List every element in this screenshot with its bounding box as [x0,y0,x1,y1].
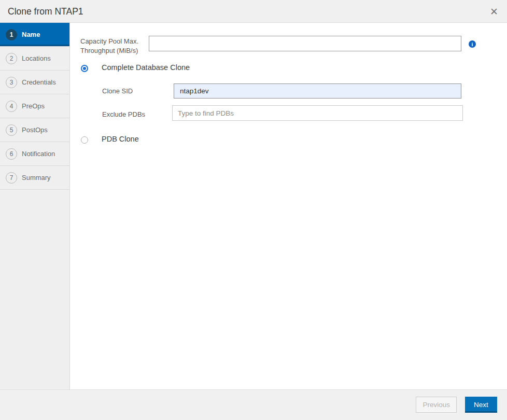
step-name[interactable]: 1 Name [0,23,69,47]
capacity-pool-throughput-label: Capacity Pool Max. Throughput (MiB/s) [80,37,153,55]
pdb-clone-radio[interactable] [81,136,88,144]
exclude-pdbs-label: Exclude PDBs [102,110,145,118]
previous-button[interactable]: Previous [416,397,457,413]
step-number-badge: 6 [6,148,17,160]
name-step-panel: Capacity Pool Max. Throughput (MiB/s) i … [70,23,507,389]
capacity-label-line2: Throughput (MiB/s) [80,47,138,54]
step-number-badge: 3 [6,77,17,88]
step-locations[interactable]: 2 Locations [0,47,69,71]
exclude-pdbs-input[interactable] [172,105,463,121]
step-label: Credentials [22,78,56,86]
complete-database-clone-label[interactable]: Complete Database Clone [102,63,190,72]
step-label: Summary [22,174,51,181]
step-label: Notification [22,150,55,158]
wizard-sidebar: 1 Name 2 Locations 3 Credentials 4 PreOp… [0,23,70,389]
step-postops[interactable]: 5 PostOps [0,118,69,142]
clone-sid-label: Clone SID [102,87,133,95]
complete-database-clone-radio[interactable] [81,65,88,72]
step-label: Locations [22,54,51,62]
clone-sid-input[interactable] [174,83,461,99]
clone-dialog: { "dialog": { "title": "Clone from NTAP1… [0,0,507,420]
dialog-header: Clone from NTAP1 ✕ [0,0,507,23]
step-label: Name [22,31,40,38]
step-preops[interactable]: 4 PreOps [0,94,69,118]
capacity-label-line1: Capacity Pool Max. [80,37,138,45]
step-number-badge: 7 [6,172,17,184]
next-button[interactable]: Next [465,397,497,413]
pdb-clone-label[interactable]: PDB Clone [102,135,139,143]
step-number-badge: 2 [6,53,17,64]
step-credentials[interactable]: 3 Credentials [0,71,69,94]
dialog-title: Clone from NTAP1 [8,0,83,23]
step-number-badge: 1 [6,29,17,40]
step-summary[interactable]: 7 Summary [0,166,69,190]
info-icon[interactable]: i [469,40,476,48]
step-label: PostOps [22,126,48,134]
capacity-pool-throughput-input[interactable] [149,36,461,51]
step-number-badge: 4 [6,101,17,112]
dialog-footer: Previous Next [0,389,507,420]
step-label: PreOps [22,102,45,110]
step-notification[interactable]: 6 Notification [0,142,69,166]
footer-buttons: Previous Next [416,397,497,413]
step-number-badge: 5 [6,124,17,136]
close-icon[interactable]: ✕ [487,4,501,19]
